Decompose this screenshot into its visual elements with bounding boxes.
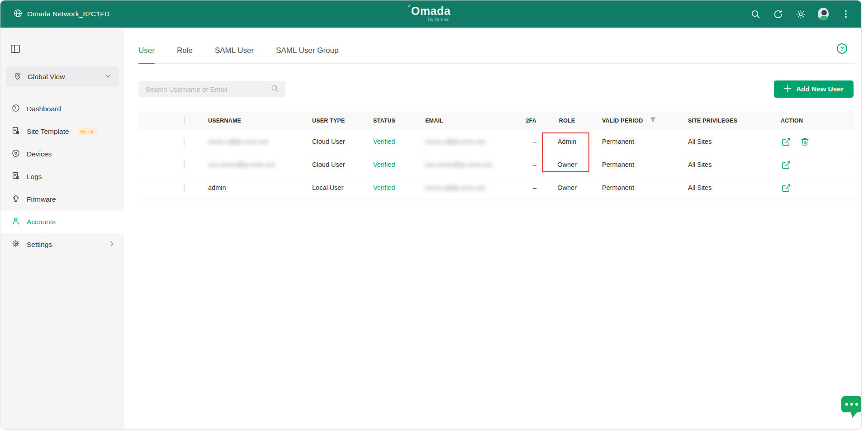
topbar-actions — [750, 0, 851, 28]
plus-icon — [784, 85, 792, 94]
top-bar: Omada Network_82C1FD Omada by tp-link — [0, 0, 861, 28]
cell-username: xxxxx.x@tp-xxxx.xxx — [204, 138, 308, 145]
sidebar: Global View Dashboard — [0, 28, 124, 429]
col-email: EMAIL — [421, 118, 514, 124]
col-status: STATUS — [369, 118, 421, 124]
globe-icon — [13, 9, 23, 20]
search-input[interactable] — [138, 85, 270, 93]
beta-badge: BETA — [77, 128, 97, 136]
cell-user-type: Cloud User — [308, 138, 369, 145]
avatar[interactable] — [818, 9, 829, 19]
cell-valid-period: Permanent — [593, 184, 679, 191]
row-checkbox[interactable] — [184, 137, 185, 146]
sidebar-item-dashboard[interactable]: Dashboard — [0, 98, 124, 120]
cell-user-type: Cloud User — [308, 161, 369, 168]
tab-role[interactable]: Role — [177, 38, 193, 63]
col-2fa: 2FA — [514, 118, 541, 124]
sidebar-item-site-template[interactable]: Site Template BETA — [0, 120, 124, 143]
cell-site-privileges: All Sites — [679, 184, 772, 191]
cell-username: admin — [204, 184, 308, 191]
cell-role: Owner — [541, 161, 593, 168]
sidebar-item-devices[interactable]: Devices — [0, 143, 124, 165]
user-table: USERNAME USER TYPE STATUS EMAIL 2FA ROLE… — [138, 111, 855, 199]
select-all-checkbox[interactable] — [184, 117, 185, 124]
tab-user[interactable]: User — [138, 38, 155, 63]
table-row: xxxxx.x@tp-xxxx.xxx Cloud User Verified … — [138, 130, 855, 153]
toolbar: Add New User — [138, 80, 854, 98]
network-selector[interactable]: Omada Network_82C1FD — [0, 9, 109, 20]
sidebar-item-settings[interactable]: Settings — [0, 233, 124, 256]
edit-icon[interactable] — [781, 137, 791, 147]
cell-role: Owner — [541, 184, 593, 191]
edit-icon[interactable] — [781, 183, 791, 193]
chevron-right-icon — [109, 241, 115, 249]
sidebar-item-logs[interactable]: Logs — [0, 165, 124, 188]
refresh-icon[interactable] — [773, 9, 783, 19]
delete-icon[interactable] — [800, 137, 810, 147]
col-valid-period: VALID PERIOD — [593, 117, 679, 124]
table-row: xxx.xxxxx@tp-xxxx.xxx Cloud User Verifie… — [138, 153, 855, 176]
sidebar-collapse-icon[interactable] — [10, 44, 20, 53]
cell-site-privileges: All Sites — [679, 161, 772, 168]
omada-wordmark: Omada — [411, 5, 451, 18]
logo-ticks-icon — [407, 4, 414, 11]
search-box — [138, 81, 285, 97]
sidebar-menu: Dashboard Site Template BETA — [0, 98, 124, 256]
person-icon — [11, 217, 20, 227]
cell-site-privileges: All Sites — [679, 138, 772, 145]
more-icon[interactable] — [840, 9, 851, 19]
disc-icon — [11, 149, 20, 160]
site-selector[interactable]: Global View — [6, 66, 119, 87]
app-window: Omada Network_82C1FD Omada by tp-link — [0, 0, 862, 430]
cell-valid-period: Permanent — [593, 138, 679, 145]
upload-arrow-icon — [11, 194, 20, 205]
col-username: USERNAME — [204, 118, 308, 124]
brightness-icon[interactable] — [795, 9, 806, 19]
help-icon[interactable]: ? — [836, 43, 848, 56]
col-site-privileges: SITE PRIVILEGES — [679, 118, 772, 124]
cell-2fa: – — [514, 184, 541, 191]
table-row: admin Local User Verified xxxxx.x@tp-xxx… — [138, 176, 855, 199]
col-user-type: USER TYPE — [308, 118, 369, 124]
cell-user-type: Local User — [308, 184, 369, 191]
row-checkbox-disabled — [184, 184, 185, 192]
cell-status: Verified — [369, 138, 421, 145]
tab-saml-user-group[interactable]: SAML User Group — [276, 38, 338, 63]
gear-icon — [11, 239, 20, 250]
search-icon[interactable] — [750, 9, 761, 19]
tab-saml-user[interactable]: SAML User — [215, 38, 254, 63]
document-gear-icon — [11, 126, 20, 137]
cell-email: xxxxx.x@tp-xxxx.xxx — [421, 138, 514, 145]
svg-text:?: ? — [840, 45, 844, 52]
site-selector-label: Global View — [28, 73, 100, 81]
cell-email: xxxxx.x@tp-xxxx.xxx — [421, 184, 514, 191]
add-new-user-button[interactable]: Add New User — [774, 80, 854, 98]
chevron-down-icon — [105, 73, 111, 81]
edit-icon[interactable] — [781, 160, 791, 170]
chat-bubble-icon[interactable] — [840, 394, 862, 421]
document-info-icon — [11, 171, 20, 182]
cell-status: Verified — [369, 184, 421, 191]
sidebar-item-firmware[interactable]: Firmware — [0, 188, 124, 211]
cell-role: Admin — [541, 138, 593, 145]
table-header-row: USERNAME USER TYPE STATUS EMAIL 2FA ROLE… — [138, 111, 855, 130]
row-checkbox-disabled — [184, 161, 185, 169]
network-title: Omada Network_82C1FD — [27, 10, 109, 18]
filter-icon[interactable] — [650, 117, 656, 124]
main-content: User Role SAML User SAML User Group ? — [124, 28, 861, 429]
search-field-icon[interactable] — [270, 84, 279, 95]
cell-username: xxx.xxxxx@tp-xxxx.xxx — [204, 161, 308, 168]
cell-email: xxx.xxxxx@tp-xxxx.xxx — [421, 161, 514, 168]
tab-bar: User Role SAML User SAML User Group — [138, 38, 855, 64]
location-pin-icon — [13, 71, 22, 82]
cell-2fa: – — [514, 161, 541, 168]
cell-status: Verified — [369, 161, 421, 168]
gauge-icon — [11, 104, 20, 114]
omada-logo: Omada by tp-link — [411, 5, 451, 22]
col-role: ROLE — [541, 118, 593, 124]
col-action: ACTION — [772, 118, 855, 124]
sidebar-item-accounts[interactable]: Accounts — [0, 211, 124, 233]
cell-valid-period: Permanent — [593, 161, 679, 168]
cell-2fa: – — [514, 138, 541, 145]
